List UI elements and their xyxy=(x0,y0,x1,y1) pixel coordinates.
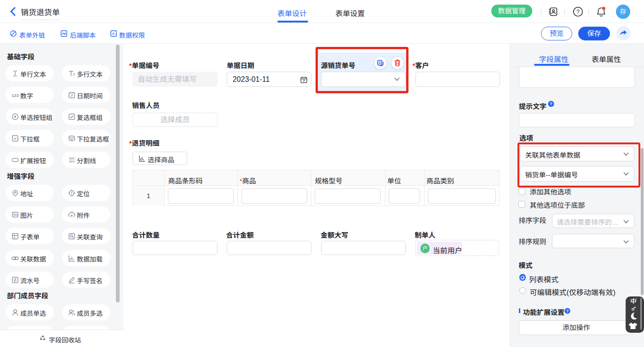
svg-text:?: ? xyxy=(566,309,569,313)
svg-text:?: ? xyxy=(576,9,580,15)
svg-text:?: ? xyxy=(550,101,552,106)
